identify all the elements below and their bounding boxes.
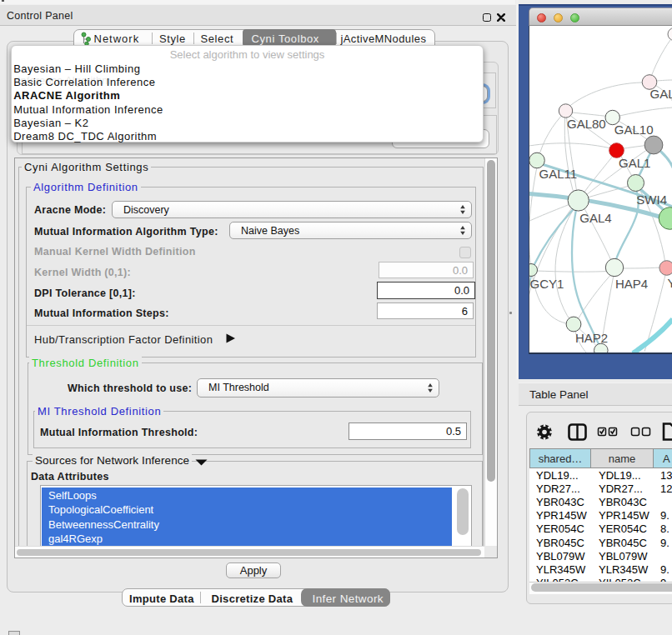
svg-text:GAL11: GAL11	[539, 167, 578, 181]
svg-text:GAL80: GAL80	[567, 117, 606, 131]
svg-text:GCY1: GCY1	[530, 277, 564, 291]
svg-text:GAL4: GAL4	[579, 211, 611, 225]
svg-text:Y: Y	[668, 276, 672, 290]
svg-text:HAP4: HAP4	[615, 277, 648, 291]
svg-text:GAL10: GAL10	[614, 122, 654, 137]
svg-text:GAL1: GAL1	[619, 156, 650, 170]
svg-text:HAP2: HAP2	[575, 331, 608, 345]
svg-text:GAL7: GAL7	[650, 87, 672, 101]
svg-text:SWI4: SWI4	[636, 192, 667, 207]
